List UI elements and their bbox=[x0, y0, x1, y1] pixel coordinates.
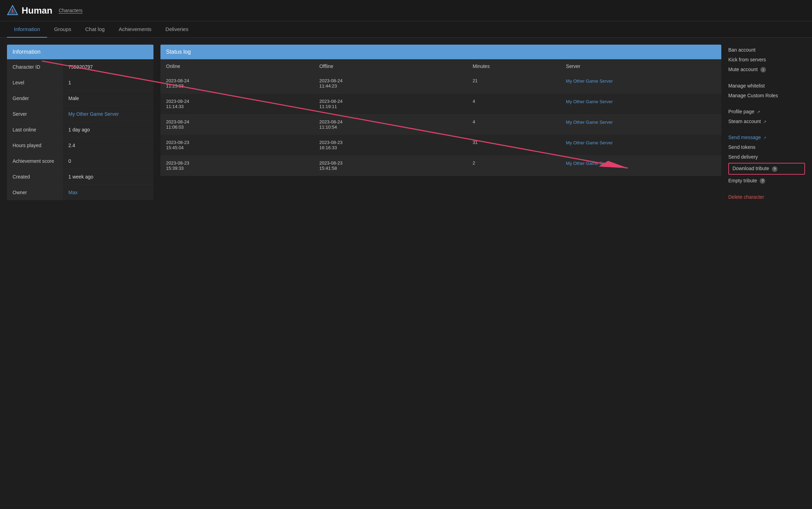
label-gender: Gender bbox=[7, 91, 63, 106]
status-row-4: 2023-08-2315:39:33 2023-08-2315:41:58 2 … bbox=[160, 155, 721, 176]
app-header: Human Characters bbox=[0, 0, 812, 21]
label-created: Created bbox=[7, 169, 63, 184]
profile-page-button[interactable]: Profile page ↗ bbox=[728, 108, 805, 115]
status-row-2: 2023-08-2411:06:03 2023-08-2411:10:54 4 … bbox=[160, 114, 721, 135]
label-hours-played: Hours played bbox=[7, 138, 63, 153]
server-cell-2: My Other Game Server bbox=[566, 119, 716, 126]
manage-custom-roles-button[interactable]: Manage Custom Roles bbox=[728, 92, 805, 99]
value-hours-played: 2.4 bbox=[63, 138, 153, 153]
info-row-server: Server My Other Game Server bbox=[7, 106, 153, 122]
server-link[interactable]: My Other Game Server bbox=[68, 111, 119, 117]
status-log-panel: Status log Online Offline Minutes Server… bbox=[160, 45, 721, 201]
info-row-hours-played: Hours played 2.4 bbox=[7, 138, 153, 153]
server-link-1[interactable]: My Other Game Server bbox=[566, 99, 613, 104]
label-achievement-score: Achievement score bbox=[7, 153, 63, 169]
server-cell-1: My Other Game Server bbox=[566, 99, 716, 105]
info-panel-header: Information bbox=[7, 45, 153, 59]
tab-deliveries[interactable]: Deliveries bbox=[158, 21, 195, 38]
info-row-level: Level 1 bbox=[7, 75, 153, 91]
info-row-last-online: Last online 1 day ago bbox=[7, 122, 153, 138]
online-1: 2023-08-2411:14:33 bbox=[166, 99, 316, 109]
steam-account-button[interactable]: Steam account ↗ bbox=[728, 117, 805, 125]
owner-link[interactable]: Max bbox=[68, 190, 77, 195]
info-row-gender: Gender Male bbox=[7, 91, 153, 106]
manage-whitelist-button[interactable]: Manage whitelist bbox=[728, 82, 805, 90]
app-title: Human bbox=[22, 5, 52, 16]
server-link-0[interactable]: My Other Game Server bbox=[566, 78, 613, 84]
message-external-icon: ↗ bbox=[763, 136, 766, 140]
offline-4: 2023-08-2315:41:58 bbox=[319, 160, 469, 171]
divider-1 bbox=[728, 76, 805, 80]
profile-external-icon: ↗ bbox=[757, 110, 760, 114]
send-message-button[interactable]: Send message ↗ bbox=[728, 134, 805, 141]
online-2: 2023-08-2411:06:03 bbox=[166, 119, 316, 130]
tab-information[interactable]: Information bbox=[7, 21, 47, 38]
label-server: Server bbox=[7, 106, 63, 122]
status-row-3: 2023-08-2315:45:04 2023-08-2316:16:33 31… bbox=[160, 135, 721, 155]
value-server: My Other Game Server bbox=[63, 106, 153, 122]
col-online: Online bbox=[166, 63, 316, 69]
value-created: 1 week ago bbox=[63, 169, 153, 184]
col-server: Server bbox=[566, 63, 716, 69]
online-0: 2023-08-2411:23:03 bbox=[166, 78, 316, 89]
info-row-created: Created 1 week ago bbox=[7, 169, 153, 185]
empty-tribute-button[interactable]: Empty tribute ? bbox=[728, 177, 805, 185]
tab-groups[interactable]: Groups bbox=[47, 21, 78, 38]
minutes-0: 21 bbox=[473, 78, 563, 83]
divider-4 bbox=[728, 187, 805, 191]
value-last-online: 1 day ago bbox=[63, 122, 153, 137]
value-character-id: 755920797 bbox=[63, 59, 153, 75]
label-owner: Owner bbox=[7, 185, 63, 200]
mute-account-button[interactable]: Mute account i bbox=[728, 66, 805, 74]
label-character-id: Character ID bbox=[7, 59, 63, 75]
offline-3: 2023-08-2316:16:33 bbox=[319, 140, 469, 150]
breadcrumb[interactable]: Characters bbox=[59, 8, 82, 14]
divider-3 bbox=[728, 127, 805, 131]
label-last-online: Last online bbox=[7, 122, 63, 137]
minutes-4: 2 bbox=[473, 160, 563, 166]
tab-achievements[interactable]: Achievements bbox=[112, 21, 158, 38]
status-log-header: Status log bbox=[160, 45, 721, 59]
send-delivery-button[interactable]: Send delivery bbox=[728, 153, 805, 161]
minutes-2: 4 bbox=[473, 119, 563, 124]
information-panel: Information Character ID 755920797 Level… bbox=[7, 45, 153, 201]
value-owner: Max bbox=[63, 185, 153, 200]
col-offline: Offline bbox=[319, 63, 469, 69]
ban-account-button[interactable]: Ban account bbox=[728, 46, 805, 54]
online-3: 2023-08-2315:45:04 bbox=[166, 140, 316, 150]
col-minutes: Minutes bbox=[473, 63, 563, 69]
send-tokens-button[interactable]: Send tokens bbox=[728, 143, 805, 151]
kick-servers-button[interactable]: Kick from servers bbox=[728, 56, 805, 63]
divider-2 bbox=[728, 101, 805, 106]
minutes-1: 4 bbox=[473, 99, 563, 104]
server-link-2[interactable]: My Other Game Server bbox=[566, 120, 613, 125]
offline-1: 2023-08-2411:19:11 bbox=[319, 99, 469, 109]
empty-tribute-info-icon: ? bbox=[760, 178, 765, 184]
mute-info-icon: i bbox=[760, 67, 766, 73]
server-cell-0: My Other Game Server bbox=[566, 78, 716, 84]
online-4: 2023-08-2315:39:33 bbox=[166, 160, 316, 171]
status-row-1: 2023-08-2411:14:33 2023-08-2411:19:11 4 … bbox=[160, 94, 721, 114]
value-achievement-score: 0 bbox=[63, 153, 153, 169]
tab-bar: Information Groups Chat log Achievements… bbox=[0, 21, 812, 38]
label-level: Level bbox=[7, 75, 63, 90]
info-row-character-id: Character ID 755920797 bbox=[7, 59, 153, 75]
action-sidebar: Ban account Kick from servers Mute accou… bbox=[728, 45, 805, 201]
delete-character-button[interactable]: Delete character bbox=[728, 193, 805, 201]
tab-chat-log[interactable]: Chat log bbox=[78, 21, 112, 38]
download-tribute-button[interactable]: Download tribute ? bbox=[728, 163, 805, 174]
offline-0: 2023-08-2411:44:23 bbox=[319, 78, 469, 89]
offline-2: 2023-08-2411:10:54 bbox=[319, 119, 469, 130]
info-row-owner: Owner Max bbox=[7, 185, 153, 200]
info-table: Character ID 755920797 Level 1 Gender Ma… bbox=[7, 59, 153, 200]
download-tribute-info-icon: ? bbox=[772, 166, 777, 172]
steam-external-icon: ↗ bbox=[763, 120, 766, 124]
main-content: Information Character ID 755920797 Level… bbox=[0, 38, 812, 208]
server-cell-3: My Other Game Server bbox=[566, 140, 716, 146]
status-table-header: Online Offline Minutes Server bbox=[160, 59, 721, 73]
status-row-0: 2023-08-2411:23:03 2023-08-2411:44:23 21… bbox=[160, 73, 721, 94]
server-link-4[interactable]: My Other Game Server bbox=[566, 161, 613, 166]
value-gender: Male bbox=[63, 91, 153, 106]
server-link-3[interactable]: My Other Game Server bbox=[566, 140, 613, 145]
app-logo-icon bbox=[7, 5, 18, 16]
